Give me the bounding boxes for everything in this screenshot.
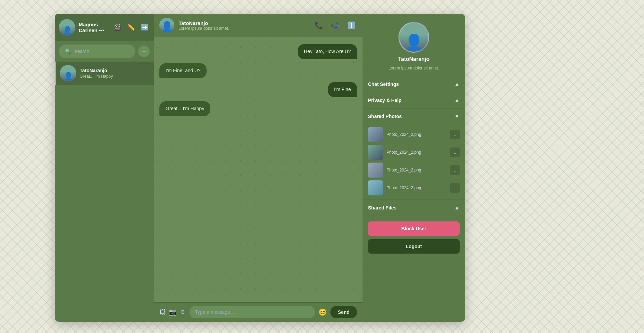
photo-download-3[interactable]: ↓ (450, 165, 460, 175)
add-conversation-button[interactable]: + (138, 46, 150, 57)
photo-thumb-1 (368, 127, 383, 142)
message-row: I'm Fine, and U? (159, 63, 357, 78)
panel-actions: Block User Logout (363, 216, 465, 259)
message-input[interactable] (189, 306, 315, 318)
photo-name-3: Photo_2024_2.png (386, 168, 447, 172)
shared-photos-label: Shared Photos (368, 114, 454, 119)
privacy-help-chevron: ▲ (454, 97, 460, 103)
photo-thumb-2 (368, 145, 383, 160)
camera-icon[interactable]: 📷 (169, 308, 176, 316)
photo-name-4: Photo_2024_2.png (386, 185, 447, 190)
message-row: Hey Tato, How Are U? (159, 44, 357, 59)
chat-header: TatoNaranjo Lorem ipsum dolor sit amet. … (154, 14, 363, 37)
video-call-icon[interactable]: 🎬 (112, 22, 122, 33)
app-container: Magnus Carlsen ••• 🎬 ✏️ ➡️ 🔍 + TatoN (55, 14, 465, 322)
shared-photos-section: Shared Photos ▼ Photo_2024_2.png ↓ Photo… (363, 108, 465, 200)
photo-item: Photo_2024_2.png ↓ (368, 163, 460, 178)
edit-icon[interactable]: ✏️ (126, 22, 136, 33)
send-button[interactable]: Send (330, 306, 357, 318)
shared-photos-header[interactable]: Shared Photos ▼ (363, 108, 465, 124)
contact-avatar-img (60, 65, 76, 81)
privacy-help-section: Privacy & Help ▲ (363, 92, 465, 108)
privacy-help-header[interactable]: Privacy & Help ▲ (363, 92, 465, 108)
sidebar: Magnus Carlsen ••• 🎬 ✏️ ➡️ 🔍 + TatoN (55, 14, 154, 322)
contact-name: TatoNaranjo (80, 68, 150, 73)
chat-user-status: Lorem ipsum dolor sit amet. (179, 26, 309, 31)
chat-area: TatoNaranjo Lorem ipsum dolor sit amet. … (154, 14, 363, 322)
photo-item: Photo_2024_2.png ↓ (368, 145, 460, 160)
chat-settings-header[interactable]: Chat Settings ▲ (363, 76, 465, 92)
photo-download-2[interactable]: ↓ (450, 148, 460, 157)
photo-item: Photo_2024_2.png ↓ (368, 180, 460, 195)
chat-header-actions: 📞 📹 ℹ️ (313, 20, 357, 31)
chat-contact-avatar-img (159, 18, 174, 33)
current-user-avatar-img (59, 19, 75, 36)
message-row: I'm Fine (159, 82, 357, 97)
sidebar-header: Magnus Carlsen ••• 🎬 ✏️ ➡️ (55, 14, 154, 41)
phone-call-icon[interactable]: 📞 (313, 20, 324, 31)
logout-icon[interactable]: ➡️ (140, 22, 150, 33)
shared-files-header[interactable]: Shared Files ▲ (363, 200, 465, 216)
right-panel-profile: TatoNaranjo Lorem ipsum dolor sit amet. (363, 14, 465, 76)
shared-photos-chevron: ▼ (454, 113, 460, 119)
photo-name-1: Photo_2024_2.png (386, 132, 447, 137)
profile-avatar-img (399, 23, 428, 52)
profile-name: TatoNaranjo (398, 56, 430, 62)
message-bubble: I'm Fine (328, 82, 357, 97)
image-attach-icon[interactable]: 🖼 (159, 309, 166, 316)
search-input-wrap: 🔍 (59, 44, 135, 58)
sidebar-header-icons: 🎬 ✏️ ➡️ (112, 22, 150, 33)
search-bar: 🔍 + (55, 41, 154, 62)
search-input[interactable] (75, 49, 131, 54)
shared-files-label: Shared Files (368, 205, 454, 210)
chat-contact-avatar (159, 18, 174, 33)
chat-settings-section: Chat Settings ▲ (363, 76, 465, 92)
photo-thumb-4 (368, 180, 383, 195)
chat-user-info: TatoNaranjo Lorem ipsum dolor sit amet. (179, 20, 309, 31)
block-user-button[interactable]: Block User (368, 221, 460, 236)
info-icon[interactable]: ℹ️ (346, 20, 357, 31)
contact-avatar (60, 65, 76, 81)
chat-user-name: TatoNaranjo (179, 20, 309, 26)
input-icons: 🖼 📷 🎙 (159, 308, 186, 316)
photo-download-4[interactable]: ↓ (450, 183, 460, 193)
messages-area: Hey Tato, How Are U? I'm Fine, and U? I'… (154, 37, 363, 302)
shared-photos-list: Photo_2024_2.png ↓ Photo_2024_2.png ↓ Ph… (363, 124, 465, 200)
search-icon: 🔍 (64, 47, 72, 55)
message-bubble: Great... I'm Happy (159, 101, 210, 116)
photo-thumb-3 (368, 163, 383, 178)
message-bubble: I'm Fine, and U? (159, 63, 207, 78)
photo-name-2: Photo_2024_2.png (386, 150, 447, 155)
chat-settings-chevron: ▲ (454, 81, 460, 87)
shared-files-section: Shared Files ▲ (363, 200, 465, 216)
right-panel: TatoNaranjo Lorem ipsum dolor sit amet. … (363, 14, 465, 322)
contact-preview: Great... I'm Happy (80, 74, 150, 79)
mic-icon[interactable]: 🎙 (180, 309, 186, 316)
contact-item[interactable]: TatoNaranjo Great... I'm Happy (55, 62, 154, 85)
contact-info: TatoNaranjo Great... I'm Happy (80, 68, 150, 79)
emoji-picker-icon[interactable]: 😊 (318, 308, 327, 316)
profile-status: Lorem ipsum dolor sit amet. (389, 66, 439, 71)
chat-input-area: 🖼 📷 🎙 😊 Send (154, 302, 363, 322)
current-user-name: Magnus Carlsen ••• (79, 22, 109, 33)
logout-button[interactable]: Logout (368, 239, 460, 254)
shared-files-chevron: ▲ (454, 205, 460, 211)
video-call-header-icon[interactable]: 📹 (330, 20, 341, 31)
message-row: Great... I'm Happy (159, 101, 357, 116)
privacy-help-label: Privacy & Help (368, 98, 454, 103)
contact-list: TatoNaranjo Great... I'm Happy (55, 62, 154, 322)
chat-input-row: 🖼 📷 🎙 😊 Send (159, 306, 357, 318)
current-user-avatar (59, 19, 75, 36)
profile-avatar (398, 22, 429, 53)
chat-settings-label: Chat Settings (368, 81, 454, 87)
photo-download-1[interactable]: ↓ (450, 130, 460, 139)
photo-item: Photo_2024_2.png ↓ (368, 127, 460, 142)
message-bubble: Hey Tato, How Are U? (298, 44, 357, 59)
